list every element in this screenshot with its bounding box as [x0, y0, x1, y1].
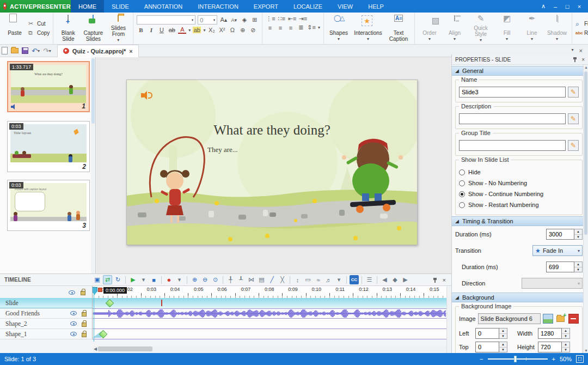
tab-list-dropdown-icon[interactable]: ▾ [572, 47, 574, 54]
zoom-out-button[interactable]: ⊖ [200, 275, 210, 284]
track-lane-shape-2[interactable] [93, 319, 446, 329]
transition-duration-input[interactable] [546, 261, 574, 272]
pin-icon[interactable] [573, 57, 577, 62]
line-spacing-arrow-icon[interactable]: ▾ [318, 25, 320, 30]
open-project-button[interactable] [11, 48, 19, 53]
font-color-arrow-icon[interactable]: ▾ [188, 28, 191, 33]
thumbnails-scrollbar[interactable] [91, 57, 95, 273]
align-right-button[interactable]: ≡ [286, 25, 295, 31]
visibility-eye-icon[interactable] [70, 311, 77, 315]
play-dropdown[interactable]: ▾ [139, 275, 148, 284]
name-input[interactable] [459, 87, 566, 98]
stop-button[interactable]: ■ [149, 275, 158, 284]
capture-slides-button[interactable]: Capture Slides [81, 14, 106, 43]
track-lane-shape-1[interactable] [93, 329, 446, 339]
lock-icon[interactable] [82, 333, 87, 337]
import-image-button[interactable] [555, 314, 566, 324]
spin-up-icon[interactable]: ▲ [574, 262, 582, 267]
pause-marker[interactable] [98, 288, 102, 292]
auto-preview-toggle[interactable]: ⇄ [103, 275, 112, 284]
height-spinner[interactable]: ▲▼ [538, 342, 570, 352]
height-input[interactable] [538, 342, 562, 352]
record-dropdown[interactable]: ▾ [175, 275, 184, 284]
save-button[interactable] [22, 47, 28, 54]
group-title-edit-button[interactable]: ✎ [568, 140, 579, 151]
shadow-button[interactable]: Shadow▾ [544, 14, 569, 43]
zoom-selection-button[interactable]: ⊙ [211, 275, 220, 284]
copy-button[interactable]: Copy [28, 29, 50, 36]
slide-thumbnail-2[interactable]: Title layout 0:03 2 [7, 121, 90, 172]
audio-button[interactable]: ♬ [324, 275, 333, 284]
duration-spinner[interactable]: ▲▼ [546, 229, 583, 240]
numbered-list-button[interactable]: ⋮≡ [266, 15, 275, 22]
zoom-in-button[interactable]: + [552, 356, 555, 362]
next-keyframe-button[interactable]: ▶ [401, 275, 410, 284]
split-button[interactable]: ╱ [267, 275, 277, 284]
align-center-button[interactable]: ≡ [276, 25, 284, 31]
cut-range-button[interactable]: ╳ [278, 275, 287, 284]
top-spinner[interactable]: ▲▼ [475, 342, 507, 352]
cut-button[interactable]: Cut [28, 20, 50, 27]
symbol-button[interactable]: Ω [228, 27, 236, 33]
tab-export[interactable]: EXPORT [246, 0, 286, 13]
delete-time-button[interactable]: ┸ [236, 275, 246, 284]
subscript-button[interactable]: X₂ [207, 27, 216, 33]
document-tab[interactable]: Quiz - Quiz.approj* × [57, 45, 139, 57]
timeline-horizontal-scrollbar[interactable]: ◀ [93, 346, 446, 352]
spin-down-icon[interactable]: ▼ [574, 235, 582, 240]
track-header-slide[interactable]: Slide [0, 298, 93, 308]
left-input[interactable] [475, 328, 499, 339]
timeline-ruler[interactable]: 0:010:020:030:040:050:060:070:080:090:10… [93, 286, 446, 299]
add-keyframe-button[interactable]: ◆ [390, 275, 400, 284]
tab-localize[interactable]: LOCALIZE [286, 0, 330, 13]
remove-image-button[interactable] [568, 314, 579, 324]
description-input[interactable] [459, 113, 566, 124]
tab-home[interactable]: HOME [71, 0, 104, 13]
transition-duration-spinner[interactable]: ▲▼ [546, 261, 583, 272]
zoom-in-button[interactable]: ⊕ [190, 275, 199, 284]
slide-editing-surface[interactable]: What are they doing? They are... [126, 80, 418, 245]
scroll-left-icon[interactable]: ◀ [93, 346, 98, 351]
find-button[interactable]: Find [575, 20, 588, 27]
tab-view[interactable]: VIEW [330, 0, 360, 13]
slides-from-button[interactable]: Slides From▾ [106, 14, 131, 43]
spin-down-icon[interactable]: ▼ [574, 267, 582, 272]
tab-bar-close-icon[interactable]: × [579, 47, 583, 54]
clear-formatting-button[interactable]: ◈ [240, 16, 248, 23]
grow-font-button[interactable]: A▴ [219, 16, 228, 23]
spin-up-icon[interactable]: ▲ [574, 229, 582, 235]
lock-icon[interactable] [82, 312, 87, 317]
show-option-radio[interactable]: Show - Continue Numbering [459, 188, 579, 199]
show-option-radio[interactable]: Hide [459, 167, 579, 178]
closed-caption-button[interactable]: CC [350, 275, 359, 284]
justify-button[interactable]: ≣ [297, 24, 305, 31]
lock-icon[interactable] [82, 323, 87, 327]
align-button[interactable]: Align▾ [442, 14, 467, 43]
group-title-input[interactable] [459, 140, 566, 151]
minimize-icon[interactable]: – [550, 3, 561, 10]
close-icon[interactable]: × [574, 3, 585, 10]
shrink-font-button[interactable]: A▾ [230, 17, 238, 23]
superscript-button[interactable]: X² [218, 27, 226, 33]
zoom-slider-thumb[interactable] [514, 356, 517, 362]
slide-thumbnail-1[interactable]: What are they doing? 1:33.717 1 [7, 61, 90, 112]
show-option-radio[interactable]: Show - No Numbering [459, 178, 579, 188]
font-size-select[interactable]: 0▾ [198, 15, 217, 25]
range-button[interactable]: ▭ [303, 275, 313, 284]
slide-subtitle-text[interactable]: They are... [207, 145, 238, 154]
zoom-slider[interactable] [488, 358, 548, 360]
prev-keyframe-button[interactable]: ◀ [380, 275, 389, 284]
keyframe-diamond[interactable] [106, 299, 114, 308]
fade-audio-button[interactable]: ≈ [314, 275, 323, 284]
underline-button[interactable]: U [157, 27, 166, 33]
description-edit-button[interactable]: ✎ [568, 113, 579, 124]
increase-indent-button[interactable]: ⇥≡ [298, 15, 307, 22]
track-header-shape-1[interactable]: Shape_1 [0, 329, 93, 339]
document-close-icon[interactable]: × [129, 48, 132, 54]
collapse-ribbon-icon[interactable]: ∧ [538, 3, 549, 10]
play-button[interactable]: ▶ [128, 275, 138, 284]
visibility-eye-icon[interactable] [70, 321, 77, 326]
redo-button[interactable]: ↷▾ [43, 47, 51, 55]
all-objects-button[interactable]: ▣ [93, 275, 102, 284]
tab-slide[interactable]: SLIDE [104, 0, 137, 13]
